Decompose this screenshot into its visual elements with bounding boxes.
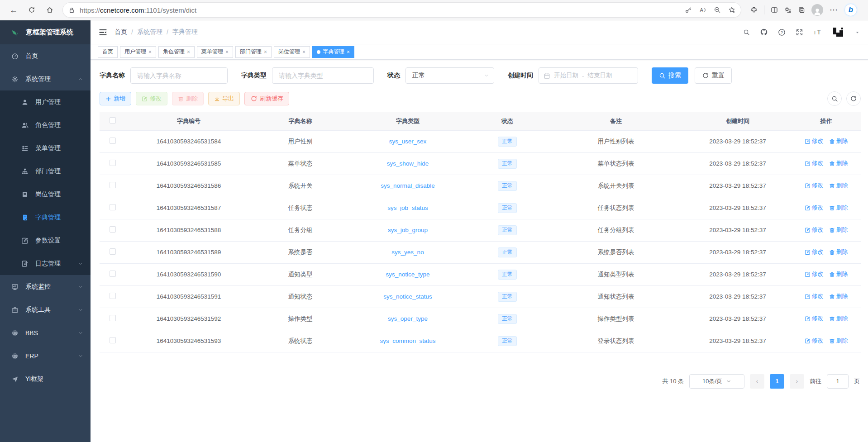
sidebar-item-system-monitor[interactable]: 系统监控 xyxy=(0,275,91,298)
row-edit-link[interactable]: 修改 xyxy=(805,314,824,323)
dict-type-link[interactable]: sys_show_hide xyxy=(387,160,429,167)
tab-close-icon[interactable]: × xyxy=(148,49,152,55)
bing-discover-icon[interactable]: b xyxy=(844,4,857,16)
read-aloud-icon[interactable]: A xyxy=(699,6,706,14)
dict-type-link[interactable]: sys_normal_disable xyxy=(381,182,434,189)
row-edit-link[interactable]: 修改 xyxy=(805,181,824,190)
tab-close-icon[interactable]: × xyxy=(187,49,190,55)
row-edit-link[interactable]: 修改 xyxy=(805,226,824,234)
row-delete-link[interactable]: 删除 xyxy=(829,159,848,167)
split-screen-icon[interactable] xyxy=(771,6,778,14)
tab-close-icon[interactable]: × xyxy=(347,49,350,55)
user-logo-avatar[interactable] xyxy=(831,25,845,39)
row-delete-link[interactable]: 删除 xyxy=(829,314,848,323)
dict-type-link[interactable]: sys_job_group xyxy=(388,227,428,233)
reset-button[interactable]: 重置 xyxy=(695,67,732,84)
row-edit-link[interactable]: 修改 xyxy=(805,270,824,278)
next-page-button[interactable]: › xyxy=(790,374,804,389)
breadcrumb-home[interactable]: 首页 xyxy=(114,28,127,36)
sidebar-item-user-management[interactable]: 用户管理 xyxy=(0,90,91,114)
tab-home[interactable]: 首页 xyxy=(98,46,118,58)
collections-icon[interactable] xyxy=(798,6,805,14)
row-edit-link[interactable]: 修改 xyxy=(805,292,824,300)
row-edit-link[interactable]: 修改 xyxy=(805,159,824,167)
tab-post-management[interactable]: 岗位管理× xyxy=(274,46,310,58)
row-edit-link[interactable]: 修改 xyxy=(805,137,824,145)
search-button[interactable]: 搜索 xyxy=(652,67,688,84)
row-delete-link[interactable]: 删除 xyxy=(829,226,848,234)
delete-button[interactable]: 删除 xyxy=(172,92,204,105)
dict-type-link[interactable]: sys_oper_type xyxy=(388,315,428,322)
row-checkbox[interactable] xyxy=(110,182,116,188)
sidebar-item-yi-framework[interactable]: Yi框架 xyxy=(0,367,91,390)
header-search-icon[interactable] xyxy=(743,29,750,36)
dict-type-link[interactable]: sys_notice_status xyxy=(383,293,432,300)
tab-close-icon[interactable]: × xyxy=(264,49,267,55)
url-text[interactable]: https://ccnetcore.com:1101/system/dict xyxy=(80,6,680,14)
tab-dict-management[interactable]: 字典管理× xyxy=(312,46,354,58)
dict-type-link[interactable]: sys_job_status xyxy=(387,204,428,211)
tab-close-icon[interactable]: × xyxy=(225,49,229,55)
row-checkbox[interactable] xyxy=(110,160,116,166)
browser-home-button[interactable] xyxy=(42,2,58,18)
dict-type-link[interactable]: sys_common_status xyxy=(380,337,435,344)
row-checkbox[interactable] xyxy=(110,204,116,210)
refresh-table-button[interactable] xyxy=(846,91,861,106)
address-bar[interactable]: https://ccnetcore.com:1101/system/dict A xyxy=(62,2,741,18)
sidebar-item-erp[interactable]: ERP xyxy=(0,344,91,367)
browser-back-button[interactable]: ← xyxy=(5,2,22,18)
password-key-icon[interactable] xyxy=(685,6,692,14)
row-delete-link[interactable]: 删除 xyxy=(829,137,848,145)
goto-page-input[interactable] xyxy=(827,374,849,389)
sidebar-item-dept-management[interactable]: 部门管理 xyxy=(0,160,91,183)
tab-dept-management[interactable]: 部门管理× xyxy=(235,46,272,58)
caret-down-icon[interactable] xyxy=(855,30,860,35)
sidebar-item-system-tools[interactable]: 系统工具 xyxy=(0,298,91,321)
export-button[interactable]: 导出 xyxy=(208,92,240,105)
row-checkbox[interactable] xyxy=(110,138,116,144)
row-checkbox[interactable] xyxy=(110,248,116,255)
row-edit-link[interactable]: 修改 xyxy=(805,248,824,256)
row-checkbox[interactable] xyxy=(110,271,116,277)
sidebar-item-system-management[interactable]: 系统管理 xyxy=(0,67,91,90)
dict-type-input[interactable] xyxy=(272,67,374,84)
tab-close-icon[interactable]: × xyxy=(302,49,305,55)
sidebar-item-role-management[interactable]: 角色管理 xyxy=(0,114,91,137)
dict-type-link[interactable]: sys_user_sex xyxy=(389,138,427,145)
toggle-search-button[interactable] xyxy=(827,91,842,106)
tab-user-management[interactable]: 用户管理× xyxy=(120,46,156,58)
row-delete-link[interactable]: 删除 xyxy=(829,270,848,278)
row-checkbox[interactable] xyxy=(110,226,116,233)
tab-role-management[interactable]: 角色管理× xyxy=(158,46,195,58)
row-checkbox[interactable] xyxy=(110,315,116,321)
row-delete-link[interactable]: 删除 xyxy=(829,248,848,256)
sidebar-item-dict-management[interactable]: 字典管理 xyxy=(0,206,91,229)
help-icon[interactable]: ? xyxy=(778,29,786,36)
sidebar-item-post-management[interactable]: 岗位管理 xyxy=(0,183,91,206)
row-edit-link[interactable]: 修改 xyxy=(805,337,824,345)
row-delete-link[interactable]: 删除 xyxy=(829,181,848,190)
select-all-checkbox[interactable] xyxy=(110,117,116,124)
extensions-icon[interactable] xyxy=(750,6,758,14)
sidebar-item-bbs[interactable]: BBS xyxy=(0,321,91,344)
font-size-icon[interactable]: TT xyxy=(813,28,821,36)
add-button[interactable]: 新增 xyxy=(100,92,131,105)
row-checkbox[interactable] xyxy=(110,337,116,343)
tab-menu-management[interactable]: 菜单管理× xyxy=(197,46,233,58)
zoom-out-icon[interactable] xyxy=(714,6,721,14)
dict-type-link[interactable]: sys_yes_no xyxy=(391,249,424,256)
sidebar-item-log-management[interactable]: 日志管理 xyxy=(0,252,91,275)
more-menu-icon[interactable]: ⋯ xyxy=(830,6,838,14)
profile-avatar[interactable] xyxy=(811,4,823,16)
edit-button[interactable]: 修改 xyxy=(136,92,167,105)
row-checkbox[interactable] xyxy=(110,293,116,299)
prev-page-button[interactable]: ‹ xyxy=(750,374,764,389)
dict-name-input[interactable] xyxy=(130,67,228,84)
github-icon[interactable] xyxy=(760,28,768,36)
row-delete-link[interactable]: 删除 xyxy=(829,337,848,345)
row-delete-link[interactable]: 删除 xyxy=(829,292,848,300)
status-select[interactable]: 正常 xyxy=(405,67,494,84)
favorites-icon[interactable] xyxy=(784,6,792,14)
current-page-button[interactable]: 1 xyxy=(770,374,784,389)
refresh-cache-button[interactable]: 刷新缓存 xyxy=(244,92,289,105)
